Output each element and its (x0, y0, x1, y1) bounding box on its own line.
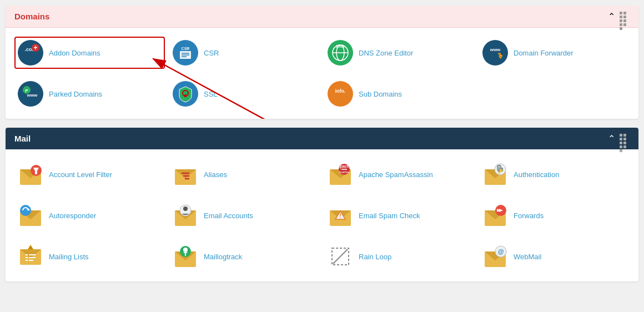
rain-loop-item[interactable]: Rain Loop (324, 240, 475, 273)
parked-domains-label: Parked Domains (49, 90, 102, 98)
svg-text:www: www (490, 47, 501, 52)
addon-domains-item[interactable]: .com + Addon Domains (14, 37, 165, 69)
email-spam-check-item[interactable]: ! Email Spam Check (324, 199, 475, 232)
mail-header: Mail ⌃ (6, 128, 638, 149)
addon-domains-label: Addon Domains (49, 49, 100, 57)
domains-header-controls: ⌃ (608, 11, 630, 22)
mailing-lists-item[interactable]: Mailing Lists (14, 240, 165, 273)
account-level-filter-item[interactable]: Account Level Filter (14, 158, 165, 190)
svg-rect-33 (35, 171, 37, 174)
apache-spamassassin-label: Apache SpamAssassin (359, 170, 433, 179)
svg-text:+: + (33, 44, 37, 52)
svg-text:CSR: CSR (182, 47, 190, 51)
mail-header-controls: ⌃ (608, 133, 630, 144)
aliases-item[interactable]: Aliases (169, 158, 320, 190)
domains-section: Domains ⌃ (6, 6, 638, 119)
sub-domains-item[interactable]: info. Sub Domains (324, 78, 475, 110)
aliases-icon (173, 162, 198, 187)
csr-item[interactable]: CSR CSR (169, 37, 320, 69)
ssl-icon (173, 81, 198, 107)
svg-text:www: www (27, 93, 38, 98)
autoresponder-icon (18, 203, 43, 228)
authentication-icon: 🔑 (482, 162, 508, 187)
svg-text:Apache: Apache (337, 164, 351, 169)
addon-domains-icon: .com + (18, 40, 43, 66)
webmail-label: WebMail (514, 253, 541, 261)
apache-spamassassin-item[interactable]: Apache feather Apache SpamAssassin (324, 158, 475, 190)
mail-section: Mail ⌃ Account (6, 128, 638, 281)
email-accounts-label: Email Accounts (204, 212, 253, 220)
forwards-item[interactable]: Forwards (479, 199, 630, 232)
authentication-item[interactable]: 🔑 Authentication (479, 158, 630, 190)
svg-text:feather: feather (339, 170, 350, 174)
forwards-icon (482, 203, 508, 228)
sub-domains-label: Sub Domains (359, 90, 402, 98)
webmail-item[interactable]: @ WebMail (479, 240, 630, 273)
autoresponder-item[interactable]: Autoresponder (14, 199, 165, 232)
rainloop-icon (328, 244, 353, 269)
parked-icon: P www (18, 81, 43, 107)
domains-body: .com + Addon Domains CSR CS (6, 28, 638, 119)
svg-text:info.: info. (335, 88, 346, 94)
ssl-item[interactable]: SSL (169, 78, 320, 110)
email-accounts-item[interactable]: Email Accounts (169, 199, 320, 232)
domains-collapse-icon[interactable]: ⌃ (608, 11, 615, 22)
svg-point-17 (482, 40, 508, 66)
mail-items-grid: Account Level Filter Aliases (14, 158, 630, 273)
rain-loop-label: Rain Loop (359, 253, 391, 261)
forwards-label: Forwards (514, 212, 544, 220)
svg-text:🔑: 🔑 (498, 169, 503, 174)
domain-forwarder-label: Domain Forwarder (514, 49, 573, 57)
domains-grid-icon[interactable] (620, 12, 630, 22)
svg-rect-26 (184, 94, 187, 97)
forwarder-icon: www (482, 40, 508, 66)
mail-grid-icon[interactable] (620, 134, 630, 144)
aliases-label: Aliases (204, 170, 227, 179)
svg-point-2 (18, 40, 43, 66)
spamassassin-icon: Apache feather (328, 162, 353, 187)
mailing-lists-label: Mailing Lists (49, 253, 89, 261)
mail-title: Mail (14, 134, 31, 143)
svg-text:DNS: DNS (336, 44, 345, 48)
subdomains-icon: info. (328, 81, 353, 107)
svg-line-84 (333, 249, 348, 264)
dns-icon: DNS (328, 40, 353, 66)
domains-items-grid: .com + Addon Domains CSR CS (14, 37, 630, 110)
domains-header: Domains ⌃ (6, 6, 638, 28)
csr-icon: CSR (173, 40, 198, 66)
mail-body: Account Level Filter Aliases (6, 149, 638, 281)
dns-zone-editor-item[interactable]: DNS DNS Zone Editor (324, 37, 475, 69)
ssl-label: SSL (204, 90, 218, 98)
emailaccounts-icon (173, 203, 198, 228)
svg-point-82 (183, 248, 188, 252)
svg-point-60 (183, 207, 188, 211)
autoresponder-label: Autoresponder (49, 212, 96, 220)
authentication-label: Authentication (514, 170, 559, 179)
svg-point-27 (328, 81, 353, 107)
maillogtrack-label: Maillogtrack (204, 253, 242, 261)
domains-title: Domains (14, 12, 49, 21)
svg-text:!: ! (339, 213, 341, 219)
filter-icon (18, 162, 43, 187)
mail-collapse-icon[interactable]: ⌃ (608, 133, 615, 144)
svg-text:@: @ (498, 248, 504, 255)
webmail-icon: @ (482, 244, 508, 269)
spamcheck-icon: ! (328, 203, 353, 228)
parked-domains-item[interactable]: P www Parked Domains (14, 78, 165, 110)
mailinglists-icon (18, 244, 43, 269)
email-spam-check-label: Email Spam Check (359, 212, 420, 220)
csr-label: CSR (204, 49, 219, 57)
maillogtrack-icon (173, 244, 198, 269)
domain-forwarder-item[interactable]: www Domain Forwarder (479, 37, 630, 69)
account-level-filter-label: Account Level Filter (49, 170, 112, 179)
dns-zone-editor-label: DNS Zone Editor (359, 49, 413, 57)
maillogtrack-item[interactable]: Maillogtrack (169, 240, 320, 273)
svg-marker-78 (28, 245, 33, 249)
